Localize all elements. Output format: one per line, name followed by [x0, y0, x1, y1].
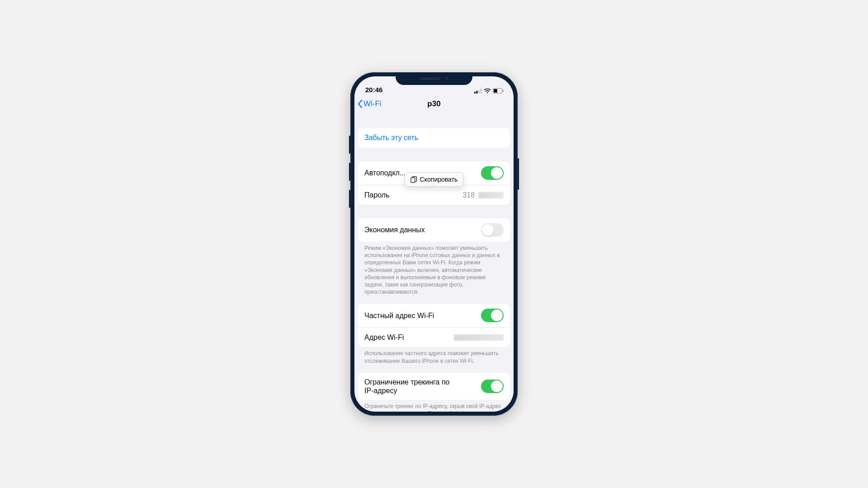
password-value: 318: [462, 191, 504, 199]
private-footer: Использование частного адреса поможет ум…: [358, 347, 510, 364]
forget-section: Забыть эту сеть: [358, 128, 510, 148]
copy-tooltip[interactable]: Скопировать: [405, 172, 464, 187]
tracking-toggle[interactable]: [481, 380, 504, 393]
wifi-icon: [484, 89, 491, 94]
private-row: Частный адрес Wi-Fi: [358, 304, 510, 327]
copy-label: Скопировать: [420, 176, 458, 183]
svg-rect-2: [478, 90, 480, 94]
settings-content: Забыть эту сеть Автоподкл... Пароль 318: [354, 113, 514, 412]
private-label: Частный адрес Wi-Fi: [364, 311, 434, 320]
password-label: Пароль: [364, 191, 390, 199]
back-button[interactable]: Wi-Fi: [357, 99, 382, 108]
lowdata-row: Экономия данных: [358, 218, 510, 242]
phone-notch: [396, 72, 472, 85]
battery-icon: [493, 88, 504, 94]
wifi-address-row[interactable]: Адрес Wi-Fi: [358, 327, 510, 347]
autojoin-toggle[interactable]: [481, 166, 504, 180]
phone-screen: 20:46 Wi-Fi p30 Скопировать: [354, 76, 514, 412]
svg-rect-3: [481, 89, 482, 94]
back-label: Wi-Fi: [363, 99, 382, 108]
tracking-row: Ограничение трекинга по IP-адресу: [358, 373, 510, 400]
copy-icon: [410, 176, 417, 183]
private-toggle[interactable]: [481, 309, 504, 322]
svg-rect-6: [503, 90, 504, 92]
password-blur: [478, 192, 504, 198]
lowdata-section: Экономия данных: [358, 218, 510, 242]
forget-network-label: Забыть эту сеть: [364, 134, 418, 142]
private-section: Частный адрес Wi-Fi Адрес Wi-Fi: [358, 304, 510, 347]
svg-rect-5: [494, 89, 497, 93]
status-indicators: [474, 88, 504, 94]
tracking-section: Ограничение трекинга по IP-адресу: [358, 373, 510, 400]
chevron-left-icon: [357, 99, 363, 108]
svg-rect-1: [476, 91, 478, 94]
autojoin-label: Автоподкл...: [364, 169, 406, 177]
lowdata-footer: Режим «Экономия данных» помогает уменьши…: [358, 242, 510, 296]
navbar: Wi-Fi p30: [354, 94, 514, 113]
status-time: 20:46: [365, 86, 382, 94]
tracking-label: Ограничение трекинга по IP-адресу: [364, 378, 455, 395]
tracking-footer: Ограничьте трекинг по IP-адресу, скрыв с…: [358, 400, 510, 412]
forget-network-row[interactable]: Забыть эту сеть: [358, 128, 510, 148]
cellular-icon: [474, 89, 482, 94]
lowdata-toggle[interactable]: [481, 223, 504, 237]
lowdata-label: Экономия данных: [364, 225, 425, 234]
svg-rect-0: [474, 92, 476, 94]
phone-frame: 20:46 Wi-Fi p30 Скопировать: [350, 72, 518, 416]
wifi-address-value: [452, 334, 504, 341]
svg-rect-7: [411, 178, 415, 182]
nav-title: p30: [427, 99, 440, 108]
wifi-address-label: Адрес Wi-Fi: [364, 333, 404, 342]
